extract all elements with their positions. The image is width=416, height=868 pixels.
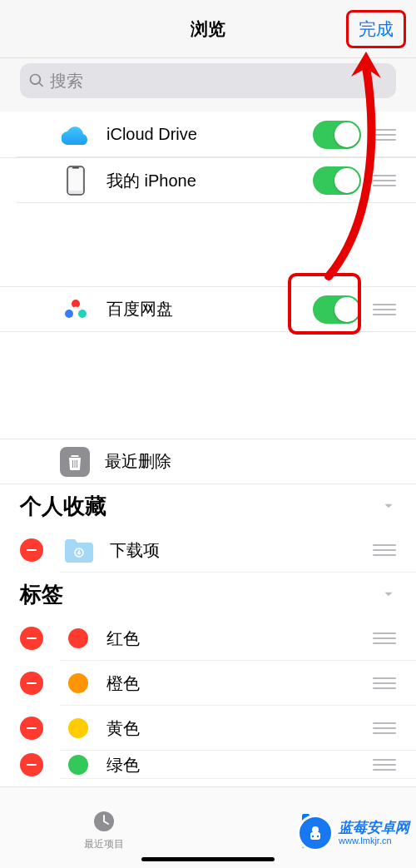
tag-label: 黄色: [106, 717, 373, 740]
drag-handle-icon[interactable]: [373, 544, 396, 556]
tab-label: 浏览: [302, 837, 322, 851]
search-icon: [28, 72, 45, 89]
favorites-title: 个人收藏: [20, 492, 106, 521]
toggle-baidu[interactable]: [313, 295, 361, 324]
svg-point-5: [78, 310, 87, 318]
location-row-baidu: 百度网盘: [0, 286, 416, 332]
tag-row-red: 红色: [0, 616, 416, 661]
drag-handle-icon[interactable]: [373, 304, 396, 315]
svg-point-6: [73, 306, 79, 312]
iphone-icon: [60, 165, 92, 196]
location-row-icloud: iCloud Drive: [0, 112, 416, 157]
tag-label: 绿色: [106, 754, 373, 776]
remove-button[interactable]: [20, 753, 43, 776]
icloud-icon: [60, 119, 92, 151]
toggle-icloud[interactable]: [313, 121, 361, 149]
tab-label: 最近项目: [84, 837, 124, 851]
toggle-iphone[interactable]: [313, 166, 361, 195]
tag-label: 橙色: [106, 672, 373, 695]
favorites-section-header[interactable]: 个人收藏: [0, 484, 416, 528]
clock-icon: [92, 809, 116, 834]
tab-recents[interactable]: 最近项目: [0, 787, 208, 868]
svg-rect-1: [69, 169, 82, 191]
tag-color-dot: [68, 718, 88, 738]
recently-deleted-row[interactable]: 最近删除: [0, 439, 416, 484]
tag-color-dot: [68, 755, 88, 775]
remove-button[interactable]: [20, 538, 43, 562]
trash-icon: [60, 447, 90, 477]
favorite-row-downloads: 下载项: [0, 528, 416, 573]
remove-button[interactable]: [20, 717, 43, 740]
drag-handle-icon[interactable]: [373, 759, 396, 771]
recently-deleted-label: 最近删除: [105, 450, 396, 473]
done-button[interactable]: 完成: [346, 10, 406, 48]
favorite-label: 下载项: [110, 539, 373, 562]
location-label: 我的 iPhone: [106, 170, 313, 192]
tags-section-header[interactable]: 标签: [0, 573, 416, 616]
home-indicator[interactable]: [141, 857, 275, 861]
location-label: iCloud Drive: [106, 125, 313, 144]
search-input[interactable]: 搜索: [20, 63, 396, 98]
search-placeholder: 搜索: [50, 70, 83, 92]
tag-color-dot: [68, 673, 88, 693]
tab-browse[interactable]: 浏览: [208, 787, 416, 868]
tags-title: 标签: [20, 580, 63, 609]
search-container: 搜索: [0, 58, 416, 112]
location-row-iphone: 我的 iPhone: [0, 157, 416, 203]
drag-handle-icon[interactable]: [373, 722, 396, 734]
location-label: 百度网盘: [106, 298, 313, 320]
tag-row-orange: 橙色: [0, 661, 416, 706]
header-bar: 浏览 完成: [0, 0, 416, 58]
remove-button[interactable]: [20, 627, 43, 650]
tab-bar: 最近项目 浏览: [0, 786, 416, 868]
chevron-down-icon: [381, 587, 396, 602]
baidu-icon: [60, 294, 92, 325]
drag-handle-icon[interactable]: [373, 129, 396, 141]
svg-point-4: [65, 310, 73, 318]
folder-icon: [63, 538, 95, 563]
drag-handle-icon[interactable]: [373, 175, 396, 186]
remove-button[interactable]: [20, 672, 43, 695]
drag-handle-icon[interactable]: [373, 632, 396, 644]
page-title: 浏览: [191, 17, 225, 41]
chevron-down-icon: [381, 498, 396, 513]
drag-handle-icon[interactable]: [373, 677, 396, 689]
svg-rect-2: [72, 167, 79, 169]
tag-color-dot: [68, 628, 88, 648]
folder-icon: [300, 809, 324, 834]
tag-row-green: 绿色: [0, 751, 416, 779]
tag-label: 红色: [106, 627, 373, 650]
tag-row-yellow: 黄色: [0, 706, 416, 751]
